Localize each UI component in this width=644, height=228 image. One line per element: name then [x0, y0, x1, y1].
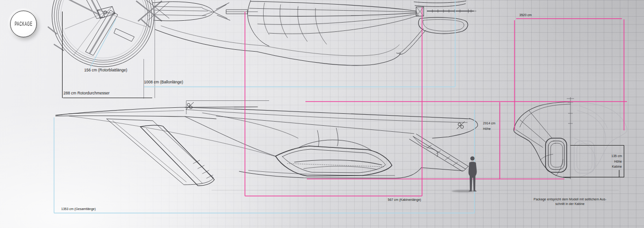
label-total-length: 1353 cm (Gesamtlänge): [61, 207, 96, 211]
label-rotor-blade-length: 156 cm (Rotorblattlänge): [84, 68, 127, 73]
human-scale-figure: [468, 156, 477, 191]
label-cabin-height-word1: Höhe: [611, 159, 622, 164]
label-cabin-height-word2: Kabine: [611, 164, 622, 170]
front-view-drawing: [514, 97, 627, 179]
label-cabin-length: 567 cm (Kabinenlänge): [388, 198, 421, 202]
label-total-height-value: 2914 cm: [483, 121, 495, 126]
package-badge: PACKAGE: [10, 11, 37, 37]
brand-logo-icon: [457, 122, 465, 129]
label-total-height: 2914 cm Höhe: [483, 121, 495, 131]
label-cabin-height: 135 cm Höhe Kabine: [611, 153, 622, 170]
top-view-drawing: [48, 0, 476, 67]
brand-logo-icon: [186, 102, 194, 110]
label-total-height-word: Höhe: [483, 126, 495, 132]
footnote: Package entspricht dem Modell mit seitli…: [523, 197, 616, 206]
footnote-line1: Package entspricht dem Modell mit seitli…: [523, 197, 616, 202]
dim-balloon-length-line: [144, 0, 455, 87]
package-drawing-canvas: 156 cm (Rotorblattlänge) 1008 cm (Ballon…: [0, 0, 644, 228]
ground-shadow: [212, 190, 619, 192]
label-top-width: 3520 cm: [519, 13, 532, 18]
label-cabin-height-value: 135 cm: [611, 153, 622, 159]
label-balloon-length: 1008 cm (Ballonlänge): [144, 80, 183, 85]
side-view-drawing: [56, 101, 477, 186]
footnote-line2: schnitt in der Kabine: [523, 202, 616, 206]
technical-drawing: [0, 0, 644, 228]
label-rotor-diameter: 288 cm Rotordurchmesser: [63, 91, 109, 96]
package-badge-label: PACKAGE: [15, 21, 33, 27]
